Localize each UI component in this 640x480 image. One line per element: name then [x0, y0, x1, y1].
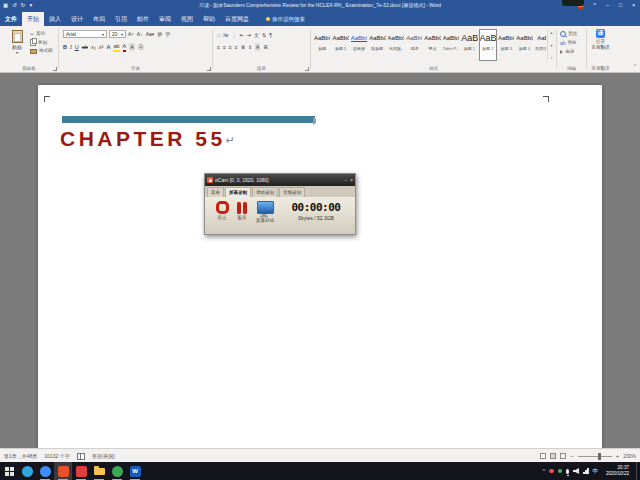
enclose-character-icon[interactable]: Ⓐ	[138, 43, 144, 51]
style-item[interactable]: AaBbCc 标题 5	[331, 29, 349, 61]
undo-icon[interactable]: ↺	[12, 0, 17, 11]
superscript-icon[interactable]: x²	[99, 43, 104, 51]
cut-button[interactable]: ✂ 剪切	[30, 31, 53, 37]
character-shading-icon[interactable]: A	[129, 43, 135, 51]
bullet-list-icon[interactable]: ∷	[217, 31, 220, 39]
select-button[interactable]: 选择	[560, 49, 577, 55]
align-right-icon[interactable]: ≡	[229, 43, 232, 51]
ribbon-tab[interactable]: 视图	[176, 12, 198, 26]
taskbar-ocam-icon[interactable]	[54, 462, 72, 480]
text-highlight-icon[interactable]: ab	[113, 42, 119, 52]
ocam-minimize-icon[interactable]: –	[344, 177, 347, 183]
ocam-tab[interactable]: 屏幕录制	[225, 187, 251, 197]
style-item[interactable]: AaBbCcD 要点	[423, 29, 441, 61]
web-layout-view-icon[interactable]	[560, 453, 566, 459]
taskbar-file-explorer-icon[interactable]	[90, 462, 108, 480]
microphone-icon[interactable]	[566, 469, 569, 474]
multilevel-list-icon[interactable]: ⋮	[232, 31, 237, 39]
ribbon-tab[interactable]: 帮助	[198, 12, 220, 26]
style-item[interactable]: AaB 标题 1	[460, 29, 478, 61]
gallery-arrow-icon[interactable]: ▴	[550, 30, 552, 35]
style-item[interactable]: AaBbCcDd Table P...	[442, 29, 460, 61]
character-border-icon[interactable]: 字	[165, 31, 170, 37]
show-desktop-button[interactable]	[636, 462, 640, 480]
style-item[interactable]: AaBbC 标题	[313, 29, 331, 61]
print-layout-view-icon[interactable]	[550, 453, 556, 459]
paragraph-dialog-launcher-icon[interactable]	[305, 67, 309, 71]
zoom-level[interactable]: 230%	[623, 453, 636, 459]
align-center-icon[interactable]: ≡	[223, 43, 226, 51]
phonetic-guide-icon[interactable]: 拼	[157, 31, 162, 37]
clipboard-dialog-launcher-icon[interactable]	[53, 67, 57, 71]
gallery-arrow-icon[interactable]: ▿	[550, 55, 552, 60]
ocam-close-icon[interactable]: ×	[350, 177, 353, 183]
ocam-tab[interactable]: 游戏录制	[252, 187, 278, 197]
sort-icon[interactable]: ⇅	[262, 31, 266, 39]
ribbon-display-options-icon[interactable]: ^	[588, 0, 601, 11]
close-icon[interactable]: ×	[627, 0, 640, 11]
style-item[interactable]: AaBb 标题 2	[479, 29, 497, 61]
ribbon-tab[interactable]: 开始	[22, 12, 44, 26]
ribbon-tab[interactable]: 邮件	[132, 12, 154, 26]
ocam-tab[interactable]: 音频录制	[279, 187, 305, 197]
underline-icon[interactable]: U	[75, 43, 79, 51]
quick-access-dropdown-icon[interactable]: ▾	[29, 0, 32, 11]
shading-icon[interactable]: A	[255, 43, 260, 51]
style-item[interactable]: AaBbCcD 无间隔..	[387, 29, 405, 61]
tray-app-green-icon[interactable]	[558, 469, 563, 474]
zoom-slider-thumb[interactable]	[598, 453, 601, 460]
format-painter-button[interactable]: 格式刷	[30, 48, 53, 54]
italic-icon[interactable]: I	[70, 43, 72, 51]
start-button[interactable]	[0, 462, 18, 480]
ime-indicator[interactable]: 中	[593, 468, 599, 475]
strikethrough-icon[interactable]: ab	[82, 43, 88, 51]
font-name-select[interactable]: Arial ▾	[63, 30, 107, 38]
read-mode-view-icon[interactable]	[540, 453, 546, 459]
replace-button[interactable]: ab 替换	[560, 40, 577, 46]
ocam-stop-button[interactable]: 停止	[211, 201, 233, 221]
style-item[interactable]: AaB 列表段落	[534, 29, 546, 61]
justify-icon[interactable]: ≡	[235, 43, 238, 51]
style-item[interactable]: AaBbC 标题 4	[515, 29, 533, 61]
page-info[interactable]: 第1页，共48页	[4, 453, 37, 459]
asian-layout-icon[interactable]: 文	[254, 31, 259, 39]
ocam-pause-button[interactable]: 暂停	[233, 201, 251, 221]
paste-button[interactable]: 粘贴 ▾	[6, 30, 28, 54]
taskbar-app-blue-icon[interactable]	[36, 462, 54, 480]
style-item[interactable]: AaBbC 副标题	[368, 29, 386, 61]
taskbar-app-red-icon[interactable]	[72, 462, 90, 480]
taskbar-edge-icon[interactable]	[18, 462, 36, 480]
minimize-icon[interactable]: –	[601, 0, 614, 11]
font-size-select[interactable]: 20 ▾	[109, 30, 126, 38]
proofing-icon[interactable]	[77, 453, 85, 460]
network-icon[interactable]	[583, 468, 589, 474]
ribbon-tab[interactable]: 设计	[66, 12, 88, 26]
tray-app-red-icon[interactable]	[549, 469, 554, 474]
shrink-font-icon[interactable]: A↓	[137, 31, 143, 37]
taskbar-word-icon[interactable]: W	[126, 462, 144, 480]
zoom-in-button[interactable]: +	[616, 452, 620, 460]
collapse-ribbon-icon[interactable]: ^	[634, 63, 636, 69]
gallery-arrow-icon[interactable]: ▾	[550, 43, 552, 48]
ribbon-tab[interactable]: 布局	[88, 12, 110, 26]
ocam-tab[interactable]: 菜单	[207, 187, 224, 197]
document-page[interactable]: CHAPTER 55↵	[38, 85, 602, 448]
ribbon-tab[interactable]: 百度网盘	[220, 12, 254, 26]
ocam-capture-button[interactable]: 屏幕捕捉	[252, 201, 278, 224]
text-effects-icon[interactable]: A	[106, 43, 110, 51]
taskbar-clock[interactable]: 20:37 2020/10/22	[606, 465, 629, 476]
save-icon[interactable]: ▣	[3, 0, 8, 11]
ribbon-tab[interactable]: 文件	[0, 12, 22, 26]
ribbon-tab[interactable]: 插入	[44, 12, 66, 26]
tell-me-search[interactable]: 操作说明搜索	[266, 12, 305, 26]
ribbon-tab[interactable]: 引用	[110, 12, 132, 26]
decrease-indent-icon[interactable]: ⇤	[240, 31, 244, 39]
zoom-out-button[interactable]: −	[570, 452, 574, 460]
style-item[interactable]: AaBbCcE 强调	[405, 29, 423, 61]
distribute-icon[interactable]: ≣	[241, 43, 245, 51]
subscript-icon[interactable]: x₂	[91, 43, 96, 51]
align-left-icon[interactable]: ≡	[217, 43, 220, 51]
open-baidu-translate-button[interactable]: 译 打开 百度翻译	[589, 29, 612, 50]
font-color-icon[interactable]: A	[123, 42, 127, 52]
borders-icon[interactable]: ⊞	[263, 43, 267, 51]
